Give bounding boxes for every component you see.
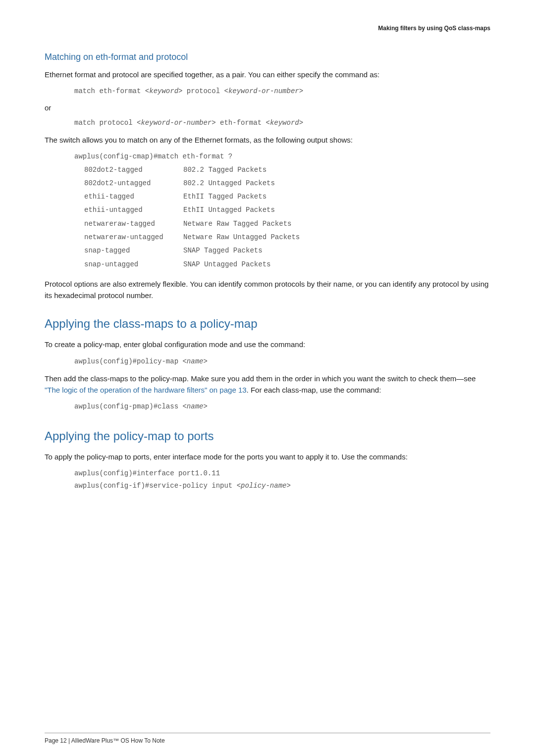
code-keyword: keyword xyxy=(270,119,299,127)
para-text: . For each class-map, use the command: xyxy=(247,386,381,394)
code-text: > eth-format < xyxy=(212,119,270,127)
table-cell-left: ethii-tagged xyxy=(74,190,183,203)
page-footer: Page 12 | AlliedWare Plus™ OS How To Not… xyxy=(45,733,490,745)
page-header-title: Making filters by using QoS class-maps xyxy=(45,24,490,33)
code-keyword: keyword-or-number xyxy=(228,87,299,95)
para-text: Then add the class-maps to the policy-ma… xyxy=(45,374,476,383)
section3-heading: Applying the policy-map to ports xyxy=(45,427,490,445)
code-text: > protocol < xyxy=(178,87,228,95)
eth-format-table: awplus(config-cmap)#match eth-format ? 8… xyxy=(74,151,490,271)
table-cell-right: Netware Raw Tagged Packets xyxy=(183,217,490,231)
table-row: ethii-untagged EthII Untagged Packets xyxy=(74,203,490,217)
table-cell-left: netwareraw-untagged xyxy=(74,231,183,244)
section3-code-block: awplus(config)#interface port1.0.11 awpl… xyxy=(74,467,490,492)
code-text: > xyxy=(203,357,207,365)
section1-para1: Ethernet format and protocol are specifi… xyxy=(45,69,490,80)
section2-heading: Applying the class-maps to a policy-map xyxy=(45,315,490,333)
table-row: netwareraw-tagged Netware Raw Tagged Pac… xyxy=(74,217,490,231)
table-cell-right: Netware Raw Untagged Packets xyxy=(183,231,490,244)
code-text: > xyxy=(203,403,207,410)
table-cell-right: SNAP Untagged Packets xyxy=(183,258,490,271)
section2-para1: To create a policy-map, enter global con… xyxy=(45,339,490,350)
code-text: awplus(config-pmap)#class < xyxy=(74,403,187,410)
code-text: match protocol < xyxy=(74,119,141,127)
section1-para2: The switch allows you to match on any of… xyxy=(45,134,490,146)
code-keyword: keyword xyxy=(149,87,178,95)
table-row: snap-tagged SNAP Tagged Packets xyxy=(74,244,490,257)
table-cell-right: EthII Untagged Packets xyxy=(183,203,490,217)
code-text: > xyxy=(299,87,303,95)
code-text: > xyxy=(299,119,303,127)
table-row: snap-untagged SNAP Untagged Packets xyxy=(74,258,490,271)
section2-para2: Then add the class-maps to the policy-ma… xyxy=(45,373,490,396)
code-text: > xyxy=(286,482,290,490)
table-cell-left: 802dot2-untagged xyxy=(74,177,183,190)
code-line: awplus(config-if)#service-policy input <… xyxy=(74,480,490,492)
section1-heading: Matching on eth-format and protocol xyxy=(45,50,490,64)
section3-para1: To apply the policy-map to ports, enter … xyxy=(45,451,490,462)
table-row: 802dot2-untagged 802.2 Untagged Packets xyxy=(74,177,490,190)
code-line: awplus(config)#interface port1.0.11 xyxy=(74,467,490,480)
section2-code2: awplus(config-pmap)#class <name> xyxy=(74,401,490,413)
section1-para3: Protocol options are also extremely flex… xyxy=(45,278,490,302)
table-cell-right: SNAP Tagged Packets xyxy=(183,244,490,257)
section2-code1: awplus(config)#policy-map <name> xyxy=(74,355,490,368)
table-header-row: awplus(config-cmap)#match eth-format ? xyxy=(74,151,490,163)
code-text: awplus(config-if)#service-policy input < xyxy=(74,482,241,490)
table-cell-left: ethii-untagged xyxy=(74,203,183,217)
code-text: awplus(config)#policy-map < xyxy=(74,357,187,365)
table-cell-right: 802.2 Untagged Packets xyxy=(183,177,490,190)
table-cell-left: snap-untagged xyxy=(74,258,183,271)
table-cell-left: 802dot2-tagged xyxy=(74,163,183,177)
section1-code2: match protocol <keyword-or-number> eth-f… xyxy=(74,117,490,129)
section1-code1: match eth-format <keyword> protocol <key… xyxy=(74,85,490,98)
table-cell-right: EthII Tagged Packets xyxy=(183,190,490,203)
code-keyword: name xyxy=(187,357,204,365)
code-keyword: keyword-or-number xyxy=(141,119,212,127)
code-keyword: name xyxy=(187,403,204,410)
cross-reference-link[interactable]: "The logic of the operation of the hardw… xyxy=(45,386,247,394)
table-cell-left: snap-tagged xyxy=(74,244,183,257)
code-text: match eth-format < xyxy=(74,87,149,95)
table-cell-right: 802.2 Tagged Packets xyxy=(183,163,490,177)
table-row: netwareraw-untagged Netware Raw Untagged… xyxy=(74,231,490,244)
table-row: ethii-tagged EthII Tagged Packets xyxy=(74,190,490,203)
table-row: 802dot2-tagged 802.2 Tagged Packets xyxy=(74,163,490,177)
table-cell-left: netwareraw-tagged xyxy=(74,217,183,231)
code-keyword: policy-name xyxy=(241,482,286,490)
section1-or: or xyxy=(45,102,490,114)
